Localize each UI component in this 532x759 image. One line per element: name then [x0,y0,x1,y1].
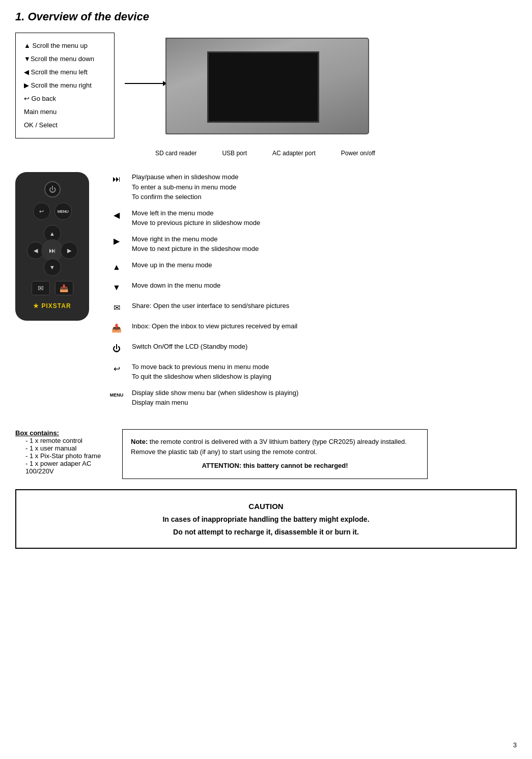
up-arrow-icon: ▲ [109,260,124,274]
caution-title: CAUTION [25,499,507,513]
caution-box: CAUTION In cases of inappropriate handli… [15,489,517,549]
port-labels: SD card reader USB port AC adapter port … [155,150,517,157]
remote-bottom-buttons: ✉ 📥 [32,281,73,295]
right-arrow-icon: ▶ [109,234,124,248]
share-icon: ✉ [109,301,124,315]
inbox-button: 📥 [55,281,73,295]
back-desc: To move back to previous menu in menu mo… [132,362,271,382]
inbox-icon: 📥 [109,321,124,335]
desc-row-menu: MENU Display slide show menu bar (when s… [109,388,517,408]
device-image-area: SD card reader USB port AC adapter port … [125,33,517,157]
note-bold: Note: [131,438,148,445]
desc-row-left: ◀ Move left in the menu modeMove to prev… [109,208,517,228]
box-contents-title: Box contains: [15,429,117,437]
device-screen [207,51,319,123]
back-icon: ↩ [109,362,124,376]
note-text: the remote control is delivered with a 3… [131,438,407,456]
desc-row-play: ⏭ Play/pause when in slideshow modeTo en… [109,172,517,202]
standby-icon: ⏻ [109,342,124,356]
note-attention: ATTENTION: this battery cannot be rechar… [131,461,419,471]
control-item-left: ◀ Scroll the menu left [24,66,106,79]
menu-button: MENU [54,203,72,220]
remote-body: ⏻ ↩ MENU ▲ ◀ ⏭ ▶ ▼ ✉ 📥 ★ PIXSTAR [15,172,89,321]
device-body [165,38,369,134]
left-desc: Move left in the menu modeMove to previo… [132,208,260,228]
arrow-pointer [125,81,167,86]
pixstar-logo: ★ PIXSTAR [33,302,71,310]
standby-desc: Switch On/Off the LCD (Standby mode) [132,342,247,352]
desc-row-right: ▶ Move right in the menu modeMove to nex… [109,234,517,254]
desc-row-up: ▲ Move up in the menu mode [109,260,517,274]
dpad-down: ▼ [44,259,61,276]
pixstar-text: PIXSTAR [41,302,71,310]
share-desc: Share: Open the user interface to send/s… [132,301,289,311]
down-arrow-icon: ▼ [109,280,124,295]
play-icon: ⏭ [109,172,124,186]
box-item-3: 1 x Pix-Star photo frame [25,452,117,460]
desc-row-share: ✉ Share: Open the user interface to send… [109,301,517,315]
box-item-4: 1 x power adaper AC 100/220V [25,460,117,475]
desc-row-back: ↩ To move back to previous menu in menu … [109,362,517,382]
usb-port-label: USB port [222,150,247,157]
box-item-2: 1 x user manual [25,444,117,452]
sd-card-label: SD card reader [155,150,197,157]
page-title: 1. Overview of the device [15,10,517,23]
bottom-section: Box contains: 1 x remote control 1 x use… [15,424,517,479]
box-contents: Box contains: 1 x remote control 1 x use… [15,429,117,475]
caution-line1: In cases of inappropriate handling the b… [25,513,507,526]
box-item-1: 1 x remote control [25,437,117,444]
control-item-back: ↩ Go back [24,92,106,105]
dpad: ▲ ◀ ⏭ ▶ ▼ [27,225,78,276]
remote-descriptions: ⏭ Play/pause when in slideshow modeTo en… [109,172,517,414]
caution-line2: Do not attempt to recharge it, disassemb… [25,526,507,539]
dpad-right: ▶ [61,242,78,259]
desc-row-power: ⏻ Switch On/Off the LCD (Standby mode) [109,342,517,356]
share-button: ✉ [32,281,50,295]
left-arrow-icon: ◀ [109,208,124,222]
power-button: ⏻ [44,181,61,198]
right-desc: Move right in the menu modeMove to next … [132,234,259,254]
ac-adapter-label: AC adapter port [272,150,316,157]
control-item-right: ▶ Scroll the menu right [24,79,106,92]
control-item-mainmenu: Main menu [24,105,106,119]
control-item-down: ▼Scroll the menu down [24,52,106,66]
inbox-desc: Inbox: Open the inbox to view pictures r… [132,321,297,331]
power-label: Power on/off [341,150,375,157]
box-contents-area: Box contains: 1 x remote control 1 x use… [15,424,117,479]
play-desc: Play/pause when in slideshow modeTo ente… [132,172,239,202]
up-desc: Move up in the menu mode [132,260,212,270]
control-item-up: ▲ Scroll the menu up [24,39,106,52]
page-number: 3 [513,741,517,749]
desc-row-inbox: 📥 Inbox: Open the inbox to view pictures… [109,321,517,335]
remote-control-area: ⏻ ↩ MENU ▲ ◀ ⏭ ▶ ▼ ✉ 📥 ★ PIXSTAR [15,172,94,414]
note-box: Note: the remote control is delivered wi… [122,429,428,479]
down-desc: Move down in the menu mode [132,280,220,291]
desc-row-down: ▼ Move down in the menu mode [109,280,517,295]
note-area: Note: the remote control is delivered wi… [117,424,517,479]
back-button: ↩ [33,203,50,220]
menu-icon: MENU [109,388,124,402]
control-item-ok: OK / Select [24,119,106,132]
star-icon: ★ [33,302,39,310]
menu-desc: Display slide show menu bar (when slides… [132,388,298,408]
box-contents-list: 1 x remote control 1 x user manual 1 x P… [15,437,117,475]
control-box: ▲ Scroll the menu up ▼Scroll the menu do… [15,33,115,138]
